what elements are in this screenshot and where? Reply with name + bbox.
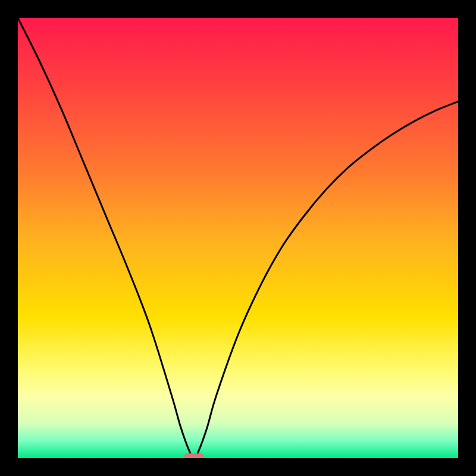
frame-bottom	[0, 458, 476, 476]
frame-right	[458, 0, 476, 476]
bottleneck-curve	[18, 18, 458, 458]
plot-area	[18, 18, 458, 458]
frame-top	[0, 0, 476, 18]
frame-left	[0, 0, 18, 476]
